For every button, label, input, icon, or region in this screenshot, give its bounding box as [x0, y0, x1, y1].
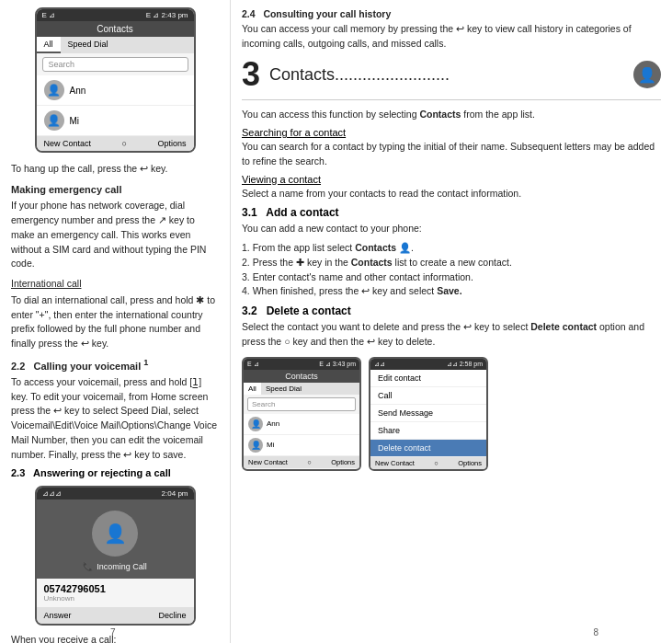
call-history-heading: 2.4 Consulting your call history [242, 8, 391, 19]
add-intro: You can add a new contact to your phone: [242, 222, 661, 236]
back-key-icon3: ↩ [123, 449, 134, 460]
incoming-number: 05742796051 [44, 583, 187, 594]
page-container: E ⊿ E ⊿ 2:43 pm Contacts All Speed Dial … [0, 0, 672, 643]
mini-title1: Contacts [244, 370, 359, 383]
contact-mi-name: Mi [70, 116, 80, 126]
incoming-buttons: Answer Decline [37, 607, 194, 624]
context-message[interactable]: Send Message [370, 405, 486, 422]
back-key5: ↩ [463, 321, 474, 332]
mini-search1[interactable]: Search [247, 397, 356, 411]
mini-status1: E ⊿ E ⊿ 3:43 pm [244, 359, 359, 370]
add-key: ✚ [296, 257, 307, 268]
mini-status2: ⊿⊿ ⊿⊿ 2:58 pm [370, 359, 486, 370]
mini-tab-all1[interactable]: All [244, 383, 261, 395]
searching-text: You can search for a contact by typing t… [242, 140, 661, 169]
mini-signal2: ⊿⊿ [374, 361, 385, 368]
menu-key-icon: ↩ [53, 405, 64, 416]
international-heading: International call [11, 277, 219, 292]
phone-status-bar: E ⊿ E ⊿ 2:43 pm [37, 9, 194, 21]
context-delete[interactable]: Delete contact [370, 440, 486, 457]
left-column: E ⊿ E ⊿ 2:43 pm Contacts All Speed Dial … [0, 0, 230, 643]
bottom-phones: E ⊿ E ⊿ 3:43 pm Contacts All Speed Dial … [242, 357, 661, 471]
right-page-number: 8 [593, 627, 598, 637]
call-key-icon: ↗ [158, 214, 169, 225]
avatar-mi: 👤 [44, 110, 64, 131]
mini-new-contact2[interactable]: New Contact [375, 459, 415, 467]
contacts-phone-screen: E ⊿ E ⊿ 2:43 pm Contacts All Speed Dial … [35, 7, 196, 153]
mini-contact-mi1[interactable]: 👤 Mi [244, 435, 359, 456]
chapter-intro-text: You can access this function by selectin… [242, 108, 661, 122]
mini-tab-speed1[interactable]: Speed Dial [261, 383, 306, 395]
status-signal: E ⊿ [42, 11, 56, 19]
mini-options1[interactable]: Options [331, 458, 355, 466]
incoming-signal: ⊿⊿⊿ [42, 489, 62, 498]
mini-bottom1: New Contact ○ Options [244, 456, 359, 468]
call-history-section: 2.4 Consulting your call history You can… [242, 7, 661, 51]
tab-speed-dial[interactable]: Speed Dial [61, 37, 116, 53]
viewing-text: Select a name from your contacts to read… [242, 187, 661, 201]
back-key-icon: ↩ [140, 163, 151, 174]
mini-signal1: E ⊿ [247, 361, 259, 368]
back-key6: ↩ [367, 336, 378, 347]
context-call[interactable]: Call [370, 387, 486, 405]
incoming-status-bar: ⊿⊿⊿ 2:04 pm [37, 488, 194, 499]
incoming-number-area: 05742796051 Unknown [37, 579, 194, 607]
mini-new-contact1[interactable]: New Contact [248, 458, 288, 466]
phone-tabs: All Speed Dial [37, 37, 194, 53]
decline-button[interactable]: Decline [158, 611, 186, 620]
voicemail-section: 2.2 Calling your voicemail 1 To access y… [11, 357, 219, 463]
add-steps: 1. From the app list select Contacts 👤. … [242, 241, 661, 299]
mini-avatar-ann1: 👤 [248, 417, 263, 431]
delete-contact-heading: 3.2 Delete a contact [242, 304, 661, 317]
mini-tabs1: All Speed Dial [244, 383, 359, 395]
incoming-call-screen: ⊿⊿⊿ 2:04 pm 👤 📞 Incoming Call 0574279605… [35, 486, 196, 626]
mini-circle2: ○ [434, 459, 439, 467]
incoming-subtitle: Unknown [44, 594, 187, 603]
mini-phone-contacts: E ⊿ E ⊿ 3:43 pm Contacts All Speed Dial … [242, 357, 361, 471]
incoming-time: 2:04 pm [162, 489, 188, 498]
international-section: International call To dial an internatio… [11, 277, 219, 351]
back-key4: ↩ [361, 285, 372, 296]
tab-all[interactable]: All [37, 37, 61, 53]
new-contact-button[interactable]: New Contact [44, 139, 92, 148]
circle-icon: ○ [122, 139, 127, 148]
phone-search[interactable]: Search [42, 57, 188, 72]
mini-avatar-mi1: 👤 [248, 438, 263, 453]
incoming-avatar-area: 👤 📞 Incoming Call [37, 499, 194, 579]
chapter-title: Contacts......................... [269, 65, 450, 85]
mini-time2: ⊿⊿ 2:58 pm [447, 361, 483, 368]
answer-button[interactable]: Answer [44, 611, 72, 620]
right-column: 2.4 Consulting your call history You can… [230, 0, 672, 643]
contacts-icon-small: 👤 [399, 242, 411, 253]
add-contact-heading: 3.1 Add a contact [242, 206, 661, 219]
phone-title: Contacts [37, 21, 194, 37]
mini-circle1: ○ [307, 458, 312, 466]
contact-mi[interactable]: 👤 Mi [37, 106, 194, 136]
options-button[interactable]: Options [157, 139, 186, 148]
voicemail-heading: 2.2 Calling your voicemail 1 [11, 357, 219, 373]
incoming-avatar: 👤 [92, 511, 138, 557]
chapter-num: 3 [242, 55, 260, 94]
searching-heading: Searching for a contact [242, 127, 661, 138]
contact-ann[interactable]: 👤 Ann [37, 75, 194, 106]
mini-time1: E ⊿ 3:43 pm [319, 361, 356, 368]
chapter-icon: 👤 [633, 61, 661, 88]
status-time: E ⊿ 2:43 pm [146, 11, 188, 19]
mini-contact-ann1[interactable]: 👤 Ann [244, 414, 359, 435]
mini-bottom2: New Contact ○ Options [370, 457, 486, 469]
emergency-section: Making emergency call If your phone has … [11, 182, 219, 271]
mini-ann1-name: Ann [267, 419, 279, 428]
context-edit[interactable]: Edit contact [370, 370, 486, 387]
hang-up-text: To hang up the call, press the ↩ key. [11, 162, 219, 177]
context-share[interactable]: Share [370, 422, 486, 440]
delete-text: Select the contact you want to delete an… [242, 320, 661, 350]
mini-options2[interactable]: Options [458, 459, 482, 467]
avatar-ann: 👤 [44, 80, 64, 100]
back-key-icon2: ↩ [81, 338, 92, 349]
mini-mi1-name: Mi [267, 441, 274, 449]
phone-icon: 📞 [83, 562, 93, 571]
context-menu: Edit contact Call Send Message Share Del… [370, 370, 486, 457]
emergency-heading: Making emergency call [11, 182, 219, 198]
viewing-section: Viewing a contact Select a name from you… [242, 174, 661, 201]
incoming-label: 📞 Incoming Call [37, 562, 194, 571]
